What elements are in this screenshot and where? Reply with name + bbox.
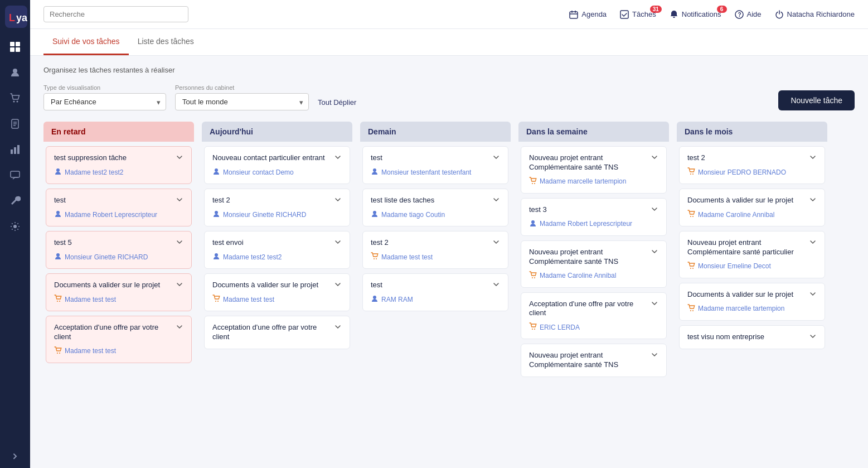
user-icon	[371, 295, 379, 304]
task-card[interactable]: Nouveau projet entrant Complémentaire sa…	[521, 344, 667, 377]
task-person-name: Madame test2 test2	[65, 168, 123, 176]
nav-notifications[interactable]: 6 Notifications	[670, 10, 721, 19]
task-card[interactable]: testRAM RAM	[362, 273, 508, 311]
task-chevron-icon[interactable]	[334, 196, 342, 205]
cart-icon	[687, 167, 695, 177]
task-chevron-icon[interactable]	[809, 153, 817, 163]
task-person-name: Madame test test	[223, 296, 274, 303]
task-card[interactable]: Nouveau contact particulier entrantMonsi…	[204, 146, 350, 184]
cart-icon	[54, 346, 62, 356]
task-chevron-icon[interactable]	[334, 238, 342, 248]
task-chevron-icon[interactable]	[651, 351, 658, 360]
task-chevron-icon[interactable]	[492, 281, 500, 290]
tout-deplier-button[interactable]: Tout Déplier	[318, 94, 356, 110]
task-chevron-icon[interactable]	[809, 196, 817, 205]
task-card[interactable]: test envoiMadame test2 test2	[204, 231, 350, 269]
task-chevron-icon[interactable]	[651, 205, 658, 215]
nav-taches[interactable]: 31 Tâches	[620, 10, 656, 19]
nav-aide[interactable]: ? Aide	[735, 10, 762, 19]
tab-liste[interactable]: Liste des tâches	[129, 29, 203, 55]
kanban-cards-aujourd-hui: Nouveau contact particulier entrantMonsi…	[202, 146, 352, 351]
nav-agenda[interactable]: Agenda	[569, 10, 607, 19]
task-card[interactable]: test 5Monsieur Ginette RICHARD	[46, 231, 192, 269]
task-chevron-icon[interactable]	[334, 153, 342, 163]
sidebar-item-wrench[interactable]	[7, 193, 23, 209]
task-chevron-icon[interactable]	[651, 300, 658, 309]
sidebar-item-file[interactable]	[7, 116, 23, 132]
sidebar-item-chat[interactable]	[7, 167, 23, 183]
task-card[interactable]: Acceptation d'une offre par votre client…	[46, 316, 192, 363]
task-chevron-icon[interactable]	[176, 323, 183, 332]
user-icon	[529, 219, 537, 229]
task-card[interactable]: Nouveau projet entrant Complémentaire sa…	[679, 231, 825, 278]
task-title: Nouveau projet entrant Complémentaire sa…	[529, 248, 646, 267]
sidebar-item-users[interactable]	[7, 65, 23, 80]
sidebar-item-cart[interactable]	[7, 90, 23, 106]
task-card[interactable]: test 2Monsieur PEDRO BERNADO	[679, 146, 825, 184]
task-chevron-icon[interactable]	[176, 281, 183, 290]
task-card[interactable]: test visu nom entreprise	[679, 325, 825, 349]
svg-rect-6	[16, 47, 20, 52]
sidebar-item-chart[interactable]	[7, 142, 23, 157]
sidebar-expand-button[interactable]	[11, 452, 20, 462]
svg-rect-16	[17, 145, 20, 154]
task-card[interactable]: Documents à valider sur le projetMadame …	[204, 273, 350, 311]
nouvelle-tache-button[interactable]: Nouvelle tâche	[778, 90, 855, 110]
task-card[interactable]: test liste des tachesMadame tiago Coutin	[362, 189, 508, 226]
task-person-name: Madame test test	[65, 296, 116, 303]
task-card[interactable]: test 3Madame Robert Leprescripteur	[521, 198, 667, 236]
nav-user[interactable]: Natacha Richiardone	[775, 10, 855, 19]
task-chevron-icon[interactable]	[176, 196, 183, 205]
svg-rect-4	[16, 42, 20, 46]
task-card[interactable]: Documents à valider sur le projetMadame …	[679, 283, 825, 321]
task-card[interactable]: Documents à valider sur le projetMadame …	[679, 189, 825, 226]
task-title: test	[54, 196, 66, 205]
task-chevron-icon[interactable]	[334, 281, 342, 290]
filter-type-select[interactable]: Par Echéance	[43, 93, 166, 110]
task-card[interactable]: test 2Madame test test	[362, 231, 508, 269]
task-card[interactable]: testMadame Robert Leprescripteur	[46, 189, 192, 226]
svg-point-47	[534, 277, 535, 278]
tab-suivi[interactable]: Suivi de vos tâches	[43, 29, 129, 55]
task-card[interactable]: testMonsieur testenfant testenfant	[362, 146, 508, 184]
taches-badge: 31	[650, 6, 662, 13]
svg-point-46	[532, 277, 533, 278]
task-person-name: Monsieur testenfant testenfant	[381, 168, 471, 176]
task-chevron-icon[interactable]	[651, 248, 658, 257]
task-card[interactable]: Acceptation d'une offre par votre client	[204, 316, 350, 349]
svg-point-18	[13, 225, 17, 228]
user-icon	[212, 210, 220, 219]
task-card[interactable]: test 2Monsieur Ginette RICHARD	[204, 189, 350, 226]
filter-type-wrapper: Par Echéance	[43, 93, 166, 110]
task-chevron-icon[interactable]	[492, 153, 500, 163]
task-card[interactable]: Acceptation d'une offre par votre client…	[521, 292, 667, 340]
svg-point-44	[534, 183, 535, 184]
app-logo[interactable]: L ya	[5, 6, 25, 26]
task-chevron-icon[interactable]	[176, 238, 183, 248]
task-title: test suppression tâche	[54, 153, 127, 163]
task-chevron-icon[interactable]	[809, 332, 817, 342]
svg-point-27	[56, 211, 60, 214]
filter-persons-select[interactable]: Tout le monde	[175, 93, 309, 110]
sidebar-item-grid[interactable]	[7, 39, 23, 55]
task-card[interactable]: Nouveau projet entrant Complémentaire sa…	[521, 146, 667, 194]
search-input[interactable]	[43, 6, 188, 22]
svg-rect-17	[11, 171, 20, 177]
col-header-en-retard: En retard	[43, 122, 194, 142]
task-chevron-icon[interactable]	[492, 196, 500, 205]
svg-rect-23	[620, 11, 628, 18]
task-chevron-icon[interactable]	[651, 153, 658, 163]
task-chevron-icon[interactable]	[334, 323, 342, 332]
task-chevron-icon[interactable]	[809, 290, 817, 300]
task-card[interactable]: test suppression tâcheMadame test2 test2	[46, 146, 192, 184]
task-chevron-icon[interactable]	[809, 238, 817, 248]
task-person-name: Monsieur PEDRO BERNADO	[698, 168, 786, 176]
task-title: Nouveau projet entrant Complémentaire sa…	[529, 351, 646, 370]
task-chevron-icon[interactable]	[492, 238, 500, 248]
task-person-name: RAM RAM	[381, 296, 413, 303]
task-card[interactable]: Documents à valider sur le projetMadame …	[46, 273, 192, 311]
task-chevron-icon[interactable]	[176, 153, 183, 163]
task-card[interactable]: Nouveau projet entrant Complémentaire sa…	[521, 240, 667, 288]
sidebar-item-gear[interactable]	[7, 219, 23, 234]
svg-rect-3	[10, 42, 14, 46]
